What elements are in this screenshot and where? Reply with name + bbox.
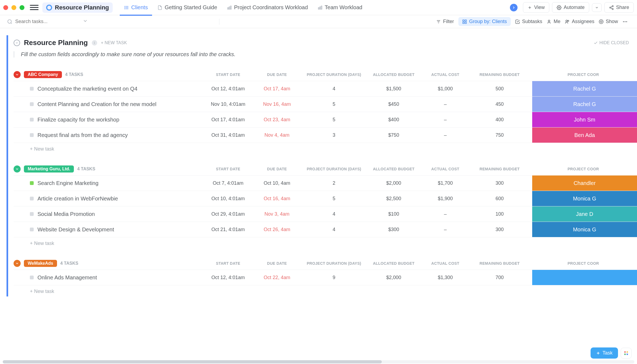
coordinator-cell[interactable]: Monica G — [532, 222, 637, 237]
tab-team-workload[interactable]: Team Workload — [313, 2, 367, 13]
tab-clients[interactable]: Clients — [120, 2, 152, 13]
allocated-budget-cell[interactable]: $750 — [367, 132, 421, 138]
duration-cell[interactable]: 5 — [301, 117, 367, 123]
start-date-cell[interactable]: Oct 7, 4:01am — [204, 180, 253, 186]
filter-button[interactable]: Filter — [436, 19, 454, 24]
column-header[interactable]: PROJECT COOR — [529, 72, 637, 77]
duration-cell[interactable]: 5 — [301, 101, 367, 107]
status-square[interactable] — [30, 228, 34, 231]
column-header[interactable]: PROJECT DURATION (DAYS) — [301, 72, 367, 77]
task-row[interactable]: Online Ads ManagementOct 12, 4:01amOct 2… — [14, 270, 637, 285]
section-new-task-button[interactable]: + NEW TASK — [101, 40, 127, 45]
status-square[interactable] — [30, 212, 34, 216]
remaining-budget-cell[interactable]: 300 — [470, 227, 529, 232]
actual-cost-cell[interactable]: $1,000 — [421, 86, 470, 92]
allocated-budget-cell[interactable]: $450 — [367, 101, 421, 107]
column-header[interactable]: REMAINING BUDGET — [470, 72, 529, 77]
task-row[interactable]: Finalize capacity for the workshopOct 17… — [14, 112, 637, 127]
remaining-budget-cell[interactable]: 100 — [470, 211, 529, 217]
start-date-cell[interactable]: Oct 10, 4:01am — [204, 196, 253, 202]
group-by-button[interactable]: Group by: Clients — [458, 17, 511, 26]
assignees-button[interactable]: Assignees — [565, 19, 594, 24]
column-header[interactable]: ACTUAL COST — [421, 167, 470, 171]
column-header[interactable]: PROJECT DURATION (DAYS) — [301, 167, 367, 171]
allocated-budget-cell[interactable]: $300 — [367, 227, 421, 232]
remaining-budget-cell[interactable]: 450 — [470, 101, 529, 107]
remaining-budget-cell[interactable]: 500 — [470, 86, 529, 92]
client-pill[interactable]: Marketing Guru, Ltd. — [24, 165, 74, 173]
client-pill[interactable]: ABC Company — [24, 71, 62, 78]
remaining-budget-cell[interactable]: 750 — [470, 132, 529, 138]
subtasks-button[interactable]: Subtasks — [515, 19, 542, 24]
more-button[interactable] — [622, 19, 630, 24]
status-square[interactable] — [30, 276, 34, 279]
coordinator-cell[interactable]: Chandler — [532, 175, 637, 191]
status-square[interactable] — [30, 181, 34, 185]
coordinator-cell[interactable]: John Sm — [532, 112, 637, 127]
hide-closed-button[interactable]: HIDE CLOSED — [594, 40, 629, 45]
start-date-cell[interactable]: Oct 21, 4:01am — [204, 227, 253, 232]
duration-cell[interactable]: 5 — [301, 196, 367, 202]
duration-cell[interactable]: 4 — [301, 211, 367, 217]
column-header[interactable]: ALLOCATED BUDGET — [367, 167, 421, 171]
column-header[interactable]: ACTUAL COST — [421, 261, 470, 266]
group-new-task-button[interactable]: + New task — [14, 237, 637, 246]
coordinator-cell[interactable]: Monica G — [532, 191, 637, 206]
start-date-cell[interactable]: Oct 12, 4:01am — [204, 86, 253, 92]
actual-cost-cell[interactable]: $1,300 — [421, 275, 470, 280]
task-row[interactable]: Request final arts from the ad agencyOct… — [14, 127, 637, 143]
status-square[interactable] — [30, 133, 34, 137]
group-collapse-button[interactable] — [14, 165, 21, 173]
remaining-budget-cell[interactable]: 400 — [470, 117, 529, 123]
duration-cell[interactable]: 9 — [301, 275, 367, 280]
maximize-window-button[interactable] — [20, 5, 24, 10]
column-header[interactable]: START DATE — [204, 167, 253, 171]
scrollbar-thumb[interactable] — [3, 360, 382, 363]
task-row[interactable]: Content Planning and Creation for the ne… — [14, 97, 637, 112]
coordinator-cell[interactable]: Ben Ada — [532, 127, 637, 143]
allocated-budget-cell[interactable]: $2,000 — [367, 180, 421, 186]
show-button[interactable]: Show — [599, 19, 618, 24]
start-date-cell[interactable]: Oct 17, 4:01am — [204, 117, 253, 123]
me-button[interactable]: Me — [547, 19, 560, 24]
task-row[interactable]: Conceptualize the marketing event on Q4O… — [14, 81, 637, 97]
column-header[interactable]: REMAINING BUDGET — [470, 261, 529, 266]
actual-cost-cell[interactable]: – — [421, 211, 470, 217]
task-row[interactable]: Article creation in WebForNewbieOct 10, … — [14, 191, 637, 206]
due-date-cell[interactable]: Nov 4, 4am — [253, 132, 301, 138]
column-header[interactable]: START DATE — [204, 261, 253, 266]
due-date-cell[interactable]: Oct 23, 4am — [253, 117, 301, 123]
search-input[interactable] — [15, 19, 78, 24]
actual-cost-cell[interactable]: – — [421, 117, 470, 123]
automate-button[interactable]: Automate — [552, 2, 589, 13]
space-selector[interactable]: Resource Planning — [42, 2, 113, 13]
due-date-cell[interactable]: Oct 16, 4am — [253, 196, 301, 202]
allocated-budget-cell[interactable]: $2,000 — [367, 275, 421, 280]
start-date-cell[interactable]: Oct 29, 4:01am — [204, 211, 253, 217]
allocated-budget-cell[interactable]: $2,500 — [367, 196, 421, 202]
allocated-budget-cell[interactable]: $100 — [367, 211, 421, 217]
duration-cell[interactable]: 4 — [301, 86, 367, 92]
status-square[interactable] — [30, 102, 34, 106]
apps-button[interactable] — [621, 348, 632, 359]
status-square[interactable] — [30, 197, 34, 200]
column-header[interactable]: PROJECT DURATION (DAYS) — [301, 261, 367, 266]
client-pill[interactable]: WeMakeAds — [24, 260, 57, 267]
group-collapse-button[interactable] — [14, 260, 21, 267]
column-header[interactable]: DUE DATE — [253, 167, 301, 171]
actual-cost-cell[interactable]: $1,900 — [421, 196, 470, 202]
tab-getting-started-guide[interactable]: Getting Started Guide — [153, 2, 221, 13]
column-header[interactable]: DUE DATE — [253, 72, 301, 77]
column-header[interactable]: ALLOCATED BUDGET — [367, 72, 421, 77]
automate-dropdown[interactable] — [592, 3, 602, 12]
minimize-window-button[interactable] — [11, 5, 16, 10]
duration-cell[interactable]: 3 — [301, 132, 367, 138]
status-square[interactable] — [30, 118, 34, 122]
remaining-budget-cell[interactable]: 700 — [470, 275, 529, 280]
start-date-cell[interactable]: Oct 31, 4:01am — [204, 132, 253, 138]
status-square[interactable] — [30, 87, 34, 91]
scroll-tabs-button[interactable] — [510, 4, 518, 11]
due-date-cell[interactable]: Oct 17, 4am — [253, 86, 301, 92]
due-date-cell[interactable]: Nov 3, 4am — [253, 211, 301, 217]
due-date-cell[interactable]: Oct 22, 4am — [253, 275, 301, 280]
